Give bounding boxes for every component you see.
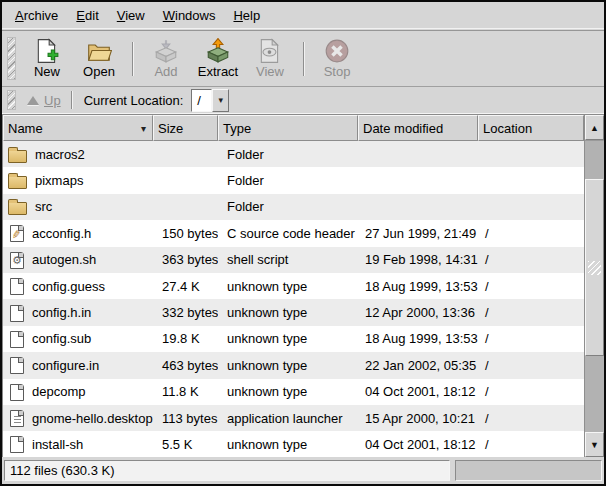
location-cell: / bbox=[478, 279, 584, 294]
menu-edit[interactable]: Edit bbox=[67, 4, 107, 27]
table-row[interactable]: autogen.sh 363 bytes shell script 19 Feb… bbox=[3, 247, 584, 273]
size-cell: 113 bytes bbox=[153, 411, 218, 426]
scroll-down-icon[interactable]: ▼ bbox=[585, 432, 604, 457]
size-cell: 5.5 K bbox=[153, 437, 218, 452]
table-row[interactable]: config.guess 27.4 K unknown type 18 Aug … bbox=[3, 273, 584, 299]
table-row[interactable]: gnome-hello.desktop 113 bytes applicatio… bbox=[3, 405, 584, 431]
size-cell: 332 bytes bbox=[153, 305, 218, 320]
archive-manager-window: Archive Edit View Windows Help New bbox=[0, 0, 606, 486]
table-row[interactable]: depcomp 11.8 K unknown type 04 Oct 2001,… bbox=[3, 379, 584, 405]
toolbar-drag-handle[interactable] bbox=[7, 37, 16, 80]
menu-archive-label-rest: rchive bbox=[24, 8, 59, 23]
date-cell: 12 Apr 2000, 13:36 bbox=[358, 305, 478, 320]
name-cell: acconfig.h bbox=[3, 224, 153, 242]
column-header-type[interactable]: Type bbox=[218, 115, 358, 141]
menu-edit-label: E bbox=[76, 8, 85, 23]
extract-archive-icon bbox=[205, 38, 231, 64]
file-name: install-sh bbox=[32, 437, 83, 452]
file-rows: macros2 Folder pixmaps Folder src Folder… bbox=[3, 141, 584, 457]
status-text: 112 files (630.3 K) bbox=[10, 463, 115, 478]
c-source-icon bbox=[10, 225, 24, 242]
date-cell: 18 Aug 1999, 13:53 bbox=[358, 279, 478, 294]
name-cell: configure.in bbox=[3, 356, 153, 374]
column-header-date-modified[interactable]: Date modified bbox=[358, 115, 478, 141]
type-cell: unknown type bbox=[218, 305, 358, 320]
location-toolbar-drag-handle[interactable] bbox=[7, 90, 16, 110]
file-name: config.guess bbox=[32, 279, 105, 294]
toolbar-separator bbox=[303, 42, 304, 76]
table-row[interactable]: install-sh 5.5 K unknown type 04 Oct 200… bbox=[3, 431, 584, 457]
document-icon bbox=[10, 357, 24, 374]
column-header-name[interactable]: Name ▾ bbox=[3, 115, 153, 141]
menu-help[interactable]: Help bbox=[224, 4, 269, 27]
column-header-name-label: Name bbox=[8, 121, 43, 136]
table-row[interactable]: configure.in 463 bytes unknown type 22 J… bbox=[3, 352, 584, 378]
open-button-label: Open bbox=[83, 65, 115, 79]
table-row[interactable]: acconfig.h 150 bytes C source code heade… bbox=[3, 220, 584, 246]
date-cell: 04 Oct 2001, 18:12 bbox=[358, 437, 478, 452]
column-headers: Name ▾ Size Type Date modified Location bbox=[3, 115, 584, 141]
type-cell: shell script bbox=[218, 252, 358, 267]
status-message: 112 files (630.3 K) bbox=[4, 460, 450, 481]
launcher-icon bbox=[10, 410, 24, 427]
stop-button-label: Stop bbox=[324, 65, 351, 79]
menu-view[interactable]: View bbox=[108, 4, 154, 27]
type-cell: C source code header bbox=[218, 226, 358, 241]
size-cell: 19.8 K bbox=[153, 331, 218, 346]
menu-windows-label-rest: indows bbox=[175, 8, 215, 23]
name-cell: config.sub bbox=[3, 330, 153, 348]
date-cell: 18 Aug 1999, 13:53 bbox=[358, 331, 478, 346]
location-cell: / bbox=[478, 411, 584, 426]
toolbar-separator bbox=[132, 42, 133, 76]
menu-archive-label: A bbox=[15, 8, 24, 23]
open-button[interactable]: Open bbox=[73, 36, 125, 81]
location-combobox-value[interactable]: / bbox=[191, 89, 212, 112]
name-cell: gnome-hello.desktop bbox=[3, 409, 153, 427]
name-cell: install-sh bbox=[3, 435, 153, 453]
file-name: autogen.sh bbox=[32, 252, 96, 267]
folder-icon bbox=[8, 176, 27, 189]
type-cell: unknown type bbox=[218, 384, 358, 399]
scrollbar-trough[interactable] bbox=[585, 140, 604, 432]
menu-view-label-rest: iew bbox=[125, 8, 145, 23]
location-combobox[interactable]: / ▾ bbox=[191, 89, 229, 112]
document-icon bbox=[10, 305, 24, 322]
extract-button-label: Extract bbox=[198, 65, 238, 79]
menu-view-label: V bbox=[117, 8, 125, 23]
menu-archive[interactable]: Archive bbox=[6, 4, 67, 27]
table-row[interactable]: config.h.in 332 bytes unknown type 12 Ap… bbox=[3, 299, 584, 325]
stop-icon bbox=[324, 38, 350, 64]
column-header-size[interactable]: Size bbox=[153, 115, 218, 141]
table-row[interactable]: src Folder bbox=[3, 194, 584, 220]
file-list: Name ▾ Size Type Date modified Location … bbox=[2, 114, 604, 457]
column-header-location[interactable]: Location bbox=[478, 115, 584, 141]
vertical-scrollbar[interactable]: ▲ ▼ bbox=[584, 115, 604, 457]
location-cell: / bbox=[478, 305, 584, 320]
file-name: config.h.in bbox=[32, 305, 91, 320]
menu-windows[interactable]: Windows bbox=[154, 4, 225, 27]
chevron-down-icon[interactable]: ▾ bbox=[212, 89, 229, 112]
document-icon bbox=[10, 331, 24, 348]
extract-button[interactable]: Extract bbox=[192, 36, 244, 81]
menu-edit-label-rest: dit bbox=[85, 8, 99, 23]
document-icon bbox=[10, 436, 24, 453]
current-location-label: Current Location: bbox=[84, 93, 184, 108]
view-button-label: View bbox=[256, 65, 284, 79]
up-button-label: Up bbox=[44, 93, 61, 108]
file-name: macros2 bbox=[35, 147, 85, 162]
new-button[interactable]: New bbox=[21, 36, 73, 81]
scroll-up-icon[interactable]: ▲ bbox=[585, 115, 604, 140]
scrollbar-thumb[interactable] bbox=[585, 179, 604, 356]
table-row[interactable]: config.sub 19.8 K unknown type 18 Aug 19… bbox=[3, 326, 584, 352]
file-name: acconfig.h bbox=[32, 226, 91, 241]
up-button: Up bbox=[21, 91, 67, 110]
table-row[interactable]: macros2 Folder bbox=[3, 141, 584, 167]
script-icon bbox=[10, 252, 24, 269]
status-progress-area bbox=[455, 460, 602, 481]
document-icon bbox=[10, 278, 24, 295]
name-cell: pixmaps bbox=[3, 172, 153, 189]
table-row[interactable]: pixmaps Folder bbox=[3, 167, 584, 193]
statusbar: 112 files (630.3 K) bbox=[2, 457, 604, 484]
name-cell: depcomp bbox=[3, 383, 153, 401]
new-document-icon bbox=[34, 38, 60, 64]
